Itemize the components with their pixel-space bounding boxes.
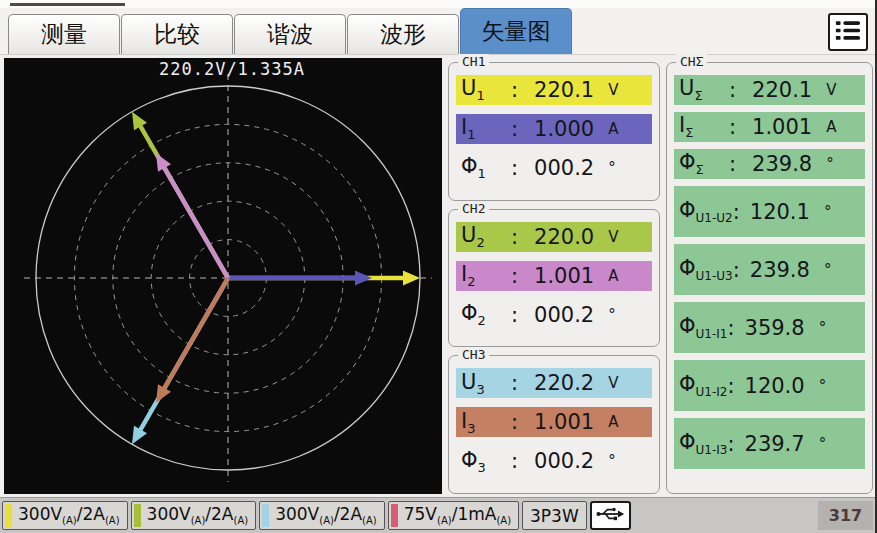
colon: : xyxy=(511,303,518,327)
phase-u1-i2-label: ΦU1-I2 xyxy=(679,372,727,399)
ch1-phase-row: Φ1 : 000.2 ° xyxy=(456,153,652,183)
ch2-phase-row: Φ2 : 000.2 ° xyxy=(456,300,652,330)
ch2-phase-unit: ° xyxy=(608,306,616,324)
ch1-voltage-value: 220.1 xyxy=(534,78,594,102)
phase-u1-u2-label: ΦU1-U2 xyxy=(679,198,733,225)
page-code: 317 xyxy=(818,501,873,530)
page-code-text: 317 xyxy=(829,506,862,525)
colon: : xyxy=(729,152,736,176)
phase-u1-u3-label: ΦU1-U3 xyxy=(679,256,733,283)
ch3-current-value: 1.001 xyxy=(534,410,594,434)
sum-current-unit: A xyxy=(826,118,836,136)
sum-voltage-label: UΣ xyxy=(679,76,729,103)
ch2-voltage-row: U2 : 220.0 V xyxy=(456,222,652,252)
ch3-voltage-label: U3 xyxy=(461,370,511,397)
sum-current-label: IΣ xyxy=(679,113,729,140)
tab-vector-diagram[interactable]: 矢量图 xyxy=(460,8,572,54)
sum-voltage-unit: V xyxy=(826,81,836,99)
tab-compare-label: 比较 xyxy=(154,19,200,50)
ch2-current-label: I2 xyxy=(461,262,511,289)
ch1-color-swatch xyxy=(5,504,12,527)
tab-measure-label: 测量 xyxy=(41,19,87,50)
phase-u1-u2-row: ΦU1-U2 : 120.1 ° xyxy=(674,186,865,237)
vector-i2 xyxy=(156,153,228,278)
ch1-current-value: 1.000 xyxy=(534,117,594,141)
wiring-mode-badge[interactable]: 3P3W xyxy=(522,501,587,530)
phase-u1-i2-value: 120.0 xyxy=(745,374,805,398)
sum-voltage-value: 220.1 xyxy=(752,78,812,102)
colon: : xyxy=(511,156,518,180)
colon: : xyxy=(511,410,518,434)
wiring-mode-text: 3P3W xyxy=(530,506,579,526)
ch2-range-text: 300V(A)/2A(A) xyxy=(147,504,249,526)
ch4-range-text: 75V(A)/1mA(A) xyxy=(404,504,511,526)
colon: : xyxy=(511,225,518,249)
sum-current-value: 1.001 xyxy=(752,115,812,139)
ch2-current-unit: A xyxy=(608,267,618,285)
tab-compare[interactable]: 比较 xyxy=(121,14,233,54)
ch4-range-badge[interactable]: 75V(A)/1mA(A) xyxy=(388,501,519,530)
colon: : xyxy=(727,374,734,398)
ch3-range-text: 300V(A)/2A(A) xyxy=(275,504,377,526)
phase-u1-i1-label: ΦU1-I1 xyxy=(679,314,727,341)
phase-u1-i3-row: ΦU1-I3 : 239.7 ° xyxy=(674,418,865,469)
sum-phase-row: ΦΣ : 239.8 ° xyxy=(674,149,865,179)
colon: : xyxy=(733,258,740,282)
ch1-current-row: I1 : 1.000 A xyxy=(456,114,652,144)
sum-phase-label: ΦΣ xyxy=(679,150,729,177)
ch1-panel: CH1 U1 : 220.1 V I1 : 1.000 A Φ1 : 000.2 xyxy=(448,62,660,201)
tab-waveform[interactable]: 波形 xyxy=(347,14,459,54)
phase-u1-u2-value: 120.1 xyxy=(750,200,810,224)
ch2-panel: CH2 U2 : 220.0 V I2 : 1.001 A Φ2 : 000.2 xyxy=(448,209,660,348)
phase-u1-i1-unit: ° xyxy=(819,319,827,337)
channel-column: CH1 U1 : 220.1 V I1 : 1.000 A Φ1 : 000.2 xyxy=(448,58,660,494)
colon: : xyxy=(729,78,736,102)
ch3-panel: CH3 U3 : 220.2 V I3 : 1.001 A Φ3 : 000.2 xyxy=(448,355,660,494)
sum-phase-unit: ° xyxy=(826,155,834,173)
ch3-phase-label: Φ3 xyxy=(461,448,511,475)
ch2-panel-label: CH2 xyxy=(458,201,489,216)
phase-u1-i2-row: ΦU1-I2 : 120.0 ° xyxy=(674,360,865,411)
ch2-range-badge[interactable]: 300V(A)/2A(A) xyxy=(131,501,257,530)
sum-panel-label: CHΣ xyxy=(676,54,707,69)
ch1-voltage-unit: V xyxy=(608,81,618,99)
ch3-phase-value: 000.2 xyxy=(534,449,594,473)
phase-u1-i1-row: ΦU1-I1 : 359.8 ° xyxy=(674,302,865,353)
colon: : xyxy=(511,449,518,473)
colon: : xyxy=(727,432,734,456)
ch1-range-badge[interactable]: 300V(A)/2A(A) xyxy=(2,501,128,530)
ch3-color-swatch xyxy=(262,504,269,527)
menu-button[interactable] xyxy=(828,13,868,51)
ch3-current-label: I3 xyxy=(461,409,511,436)
colon: : xyxy=(511,78,518,102)
ch3-voltage-unit: V xyxy=(608,374,618,392)
ch3-panel-label: CH3 xyxy=(458,347,489,362)
ch3-phase-row: Φ3 : 000.2 ° xyxy=(456,446,652,476)
tab-vector-diagram-label: 矢量图 xyxy=(482,16,551,47)
sum-column: CHΣ UΣ : 220.1 V IΣ : 1.001 A ΦΣ : 239.8 xyxy=(666,58,873,494)
tab-harmonics[interactable]: 谐波 xyxy=(234,14,346,54)
ch3-range-badge[interactable]: 300V(A)/2A(A) xyxy=(259,501,385,530)
tab-measure[interactable]: 测量 xyxy=(8,14,120,54)
tab-harmonics-label: 谐波 xyxy=(267,19,313,50)
instrument-screen: 测量 比较 谐波 波形 矢量图 220.2V/1.335A CH1 U1 xyxy=(0,0,877,533)
ch3-current-unit: A xyxy=(608,413,618,431)
vector-plot-svg: 220.2V/1.335A xyxy=(4,58,442,494)
ch2-current-value: 1.001 xyxy=(534,264,594,288)
phase-u1-i3-unit: ° xyxy=(819,435,827,453)
plot-scale-label: 220.2V/1.335A xyxy=(159,59,305,79)
usb-icon xyxy=(595,506,625,526)
ch1-phase-value: 000.2 xyxy=(534,156,594,180)
ch1-phase-unit: ° xyxy=(608,159,616,177)
ch3-phase-unit: ° xyxy=(608,452,616,470)
top-strip xyxy=(0,0,875,8)
ch2-voltage-unit: V xyxy=(608,228,618,246)
phase-u1-u3-unit: ° xyxy=(824,261,832,279)
ch3-voltage-value: 220.2 xyxy=(534,371,594,395)
sum-panel: CHΣ UΣ : 220.1 V IΣ : 1.001 A ΦΣ : 239.8 xyxy=(666,62,873,494)
ch1-current-unit: A xyxy=(608,120,618,138)
sum-current-row: IΣ : 1.001 A xyxy=(674,112,865,142)
ch2-color-swatch xyxy=(134,504,141,527)
usb-status-badge xyxy=(590,501,631,530)
colon: : xyxy=(511,371,518,395)
